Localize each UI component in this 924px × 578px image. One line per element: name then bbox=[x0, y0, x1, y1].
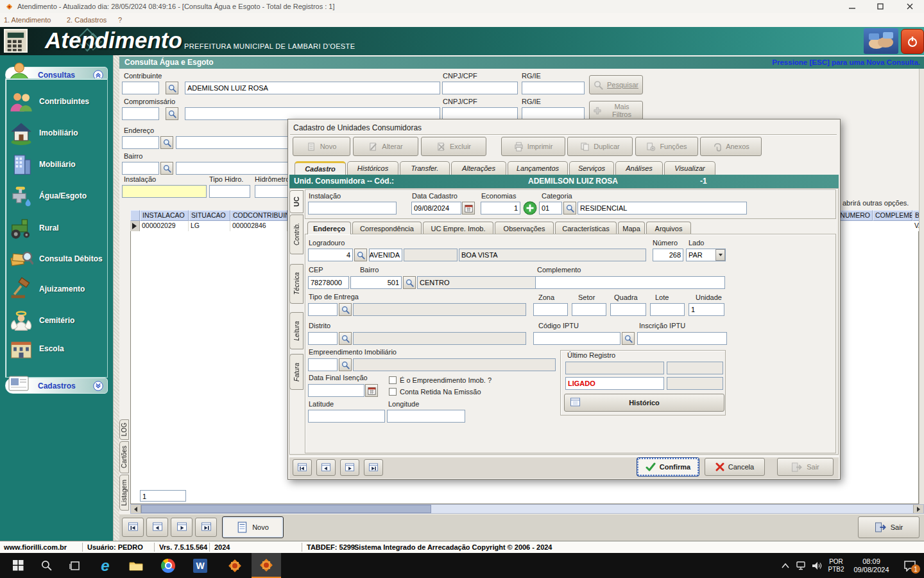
codigo-iptu-input[interactable] bbox=[533, 332, 620, 345]
sidebar-item-escola[interactable]: Escola bbox=[9, 335, 108, 363]
dialog-tab-fatura[interactable]: Fatura bbox=[289, 354, 304, 390]
sidebar-item-consulta-debitos[interactable]: Consulta Débitos bbox=[9, 245, 108, 273]
dialog-tab-servicos[interactable]: Serviços bbox=[569, 161, 614, 175]
file-explorer-icon[interactable] bbox=[122, 553, 150, 578]
dialog-anexos-button[interactable]: Anexos bbox=[700, 137, 762, 156]
nav-prev-button[interactable] bbox=[146, 518, 168, 537]
sidebar-item-rural[interactable]: Rural bbox=[9, 214, 108, 242]
compromissario-name-input[interactable] bbox=[185, 107, 440, 120]
sidebar-item-agua-esgoto[interactable]: Água/Esgoto bbox=[9, 182, 108, 210]
banner-exit-button[interactable] bbox=[901, 29, 924, 54]
logradouro-tipo-input[interactable]: AVENIDA bbox=[369, 249, 402, 261]
sidebar-item-contribuintes[interactable]: Contribuintes bbox=[9, 87, 108, 116]
maximize-button[interactable] bbox=[868, 0, 893, 13]
dlg-nav-first-button[interactable] bbox=[293, 459, 312, 476]
tipo-entrega-code-input[interactable] bbox=[308, 303, 338, 316]
complemento-input[interactable] bbox=[535, 276, 725, 289]
dialog-funcoes-button[interactable]: Funções bbox=[635, 137, 698, 156]
dlg-nav-prev-button[interactable] bbox=[316, 459, 336, 476]
tipo-hidro-input[interactable] bbox=[209, 185, 250, 198]
menu-help[interactable]: ? bbox=[118, 16, 122, 24]
tipo-entrega-search-button[interactable] bbox=[339, 303, 352, 316]
logradouro-code-input[interactable]: 4 bbox=[308, 249, 353, 261]
close-button[interactable] bbox=[897, 0, 923, 13]
inner-tab-caracteristicas[interactable]: Características bbox=[555, 222, 617, 234]
sidebar-item-ajuizamento[interactable]: Ajuizamento bbox=[9, 275, 108, 303]
network-icon[interactable] bbox=[793, 553, 810, 578]
dialog-tab-cadastro[interactable]: Cadastro bbox=[295, 161, 346, 175]
categoria-code-input[interactable]: 01 bbox=[539, 202, 562, 215]
notification-center-icon[interactable]: 1 bbox=[897, 553, 923, 578]
dialog-tab-visualizar[interactable]: Visualizar bbox=[664, 161, 715, 175]
contribuinte-code-input[interactable] bbox=[122, 82, 159, 94]
data-cadastro-calendar-button[interactable] bbox=[462, 202, 475, 215]
tab-log[interactable]: LOG bbox=[119, 419, 129, 440]
dialog-tab-contrib[interactable]: Contrib. bbox=[289, 215, 304, 254]
scrollbar-thumb[interactable] bbox=[141, 505, 431, 513]
language-indicator[interactable]: POR PTB2 bbox=[825, 553, 847, 578]
scroll-right-arrow[interactable] bbox=[913, 505, 923, 513]
grid-cell-codcontribuinte[interactable]: 000002846 bbox=[230, 221, 287, 231]
start-button[interactable] bbox=[5, 553, 31, 578]
dlg-bairro-code-input[interactable]: 501 bbox=[350, 276, 402, 289]
empreendimento-code-input[interactable] bbox=[308, 358, 338, 371]
categoria-search-button[interactable] bbox=[563, 202, 576, 215]
dialog-excluir-button[interactable]: Excluir bbox=[421, 137, 486, 156]
dlg-sair-button[interactable]: Sair bbox=[777, 458, 834, 476]
horizontal-scrollbar[interactable] bbox=[130, 504, 924, 514]
cancela-button[interactable]: Cancela bbox=[705, 458, 765, 476]
contribuinte-rg-input[interactable] bbox=[522, 82, 585, 94]
inscricao-iptu-input[interactable] bbox=[637, 332, 727, 345]
tab-cartoes[interactable]: Cartões bbox=[119, 441, 129, 473]
minimize-button[interactable] bbox=[839, 0, 865, 13]
compromissario-cnpj-input[interactable] bbox=[442, 107, 518, 120]
page-number-input[interactable]: 1 bbox=[140, 490, 186, 502]
contribuinte-search-button[interactable] bbox=[166, 82, 178, 94]
dlg-bairro-search-button[interactable] bbox=[403, 276, 416, 289]
quadra-input[interactable] bbox=[610, 303, 646, 316]
novo-button[interactable]: Novo bbox=[222, 516, 284, 538]
bairro-search-button[interactable] bbox=[160, 162, 173, 175]
scroll-left-arrow[interactable] bbox=[131, 505, 141, 513]
vertical-scrollbar[interactable] bbox=[919, 69, 924, 504]
logradouro-search-button[interactable] bbox=[354, 249, 367, 261]
dialog-tab-historicos[interactable]: Históricos bbox=[347, 161, 398, 175]
fiorilli-app-active-icon[interactable] bbox=[252, 553, 281, 578]
dlg-nav-last-button[interactable] bbox=[364, 459, 383, 476]
sair-button[interactable]: Sair bbox=[858, 516, 920, 538]
inner-tab-arquivos[interactable]: Arquivos bbox=[646, 222, 691, 234]
sidebar-item-mobiliario[interactable]: Mobiliário bbox=[9, 150, 108, 179]
inner-tab-observacoes[interactable]: Observações bbox=[495, 222, 554, 234]
empreendimento-checkbox-label[interactable]: É o Empreendimento Imob. ? bbox=[400, 376, 492, 384]
lote-input[interactable] bbox=[650, 303, 685, 316]
dialog-tab-transfer[interactable]: Transfer. bbox=[400, 161, 450, 175]
dialog-alterar-button[interactable]: Alterar bbox=[353, 137, 418, 156]
sidebar-item-cemiterio[interactable]: Cemitério bbox=[9, 306, 108, 335]
grid-cell-instalacao[interactable]: 000002029 bbox=[140, 221, 189, 231]
endereco-code-input[interactable] bbox=[122, 136, 159, 149]
dialog-tab-leitura[interactable]: Leitura bbox=[289, 312, 304, 349]
sidebar-item-imobiliario[interactable]: Imobiliário bbox=[9, 119, 108, 147]
grid-col-situacao[interactable]: SITUACAO bbox=[189, 210, 230, 221]
confirma-button[interactable]: Confirma bbox=[637, 458, 699, 476]
chevron-down-icon[interactable] bbox=[93, 381, 103, 394]
dialog-tab-alteracoes[interactable]: Alterações bbox=[451, 161, 506, 175]
tab-listagem[interactable]: Listagem bbox=[119, 475, 129, 511]
inner-tab-mapa[interactable]: Mapa bbox=[618, 222, 645, 234]
menu-atendimento[interactable]: 1. Atendimento bbox=[4, 16, 51, 24]
numero-input[interactable]: 268 bbox=[653, 249, 683, 261]
economias-add-button[interactable] bbox=[523, 201, 537, 215]
grid-col-codcontribuinte[interactable]: CODCONTRIBUINTE bbox=[230, 210, 287, 221]
historico-button[interactable]: Histórico bbox=[564, 394, 724, 412]
distrito-code-input[interactable] bbox=[308, 332, 338, 345]
dialog-duplicar-button[interactable]: Duplicar bbox=[567, 137, 633, 156]
fiorilli-app-icon[interactable] bbox=[221, 553, 249, 578]
categoria-name-input[interactable]: RESIDENCIAL bbox=[578, 202, 747, 215]
inner-tab-correspondencia[interactable]: Correspondência bbox=[352, 222, 422, 234]
tray-chevron-icon[interactable] bbox=[776, 553, 794, 578]
lado-dropdown-arrow-icon[interactable] bbox=[715, 249, 725, 261]
contribuinte-name-input[interactable]: ADEMILSON LUIZ ROSA bbox=[185, 82, 440, 94]
dialog-tab-tecnica[interactable]: Técnica bbox=[289, 264, 304, 304]
logradouro-nome-input[interactable]: BOA VISTA bbox=[459, 249, 646, 261]
iptu-search-button[interactable] bbox=[622, 332, 635, 345]
